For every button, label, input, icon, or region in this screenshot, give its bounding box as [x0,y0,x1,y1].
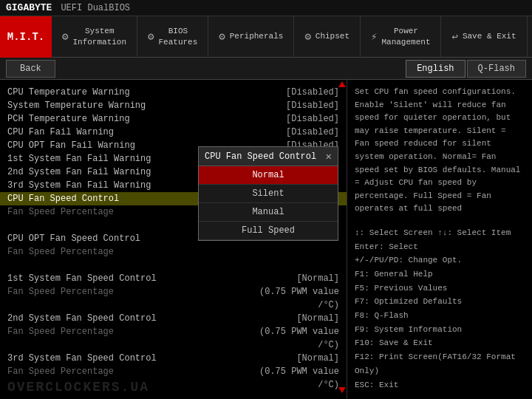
nav-peripherals[interactable]: ⚙ Peripherals [208,16,294,58]
shortcut-item: F1: General Help [355,267,525,282]
peripherals-icon: ⚙ [219,30,225,43]
menu-item-value: (0.75 PWM value [259,327,339,337]
menu-row: Fan Speed Percentage(0.75 PWM value [0,285,347,299]
menu-item-label: CPU Temperature Warning [7,87,286,98]
mit-nav-item[interactable]: M.I.T. [0,16,52,58]
shortcut-item: F8: Q-Flash [355,309,525,323]
save-exit-label: Save & Exit [463,31,516,41]
system-info-icon: ⚙ [62,30,68,43]
menu-item-label: Fan Speed Percentage [7,366,259,377]
dropdown-option[interactable]: Normal [199,166,338,185]
menu-row[interactable]: System Temperature Warning[Disabled] [0,99,347,112]
menu-row: Fan Speed Percentage [0,245,347,259]
menu-row: Fan Speed Percentage(0.75 PWM value [0,325,347,338]
menu-row: Fan Speed Percentage(0.75 PWM value [0,365,347,378]
shortcut-item: F5: Previous Values [355,282,525,296]
power-icon: ⚡ [371,30,377,43]
menu-item-value: /°C) [318,380,339,390]
right-panel: Set CPU fan speed configurations. Enable… [347,80,532,399]
dropdown-option[interactable]: Silent [199,185,338,203]
power-label: PowerManagement [381,26,430,47]
qflash-button[interactable]: Q-Flash [467,60,526,78]
menu-item-value: [Normal] [296,273,339,284]
chipset-label: Chipset [316,31,349,41]
menu-row[interactable]: 1st System Fan Speed Control[Normal] [0,272,347,285]
brand-name: GIGABYTE [6,2,52,13]
shortcut-item: Enter: Select [355,240,525,254]
menu-item-value: /°C) [318,300,339,310]
menu-row [0,259,347,272]
menu-item-value: /°C) [318,340,339,350]
menu-item-value: [Disabled] [286,87,339,98]
menu-item-label: Fan Speed Percentage [7,287,259,297]
nav-bios-features[interactable]: ⚙ BIOSFeatures [137,16,208,58]
menu-item-label: Fan Speed Percentage [7,327,259,337]
menu-row[interactable]: 2nd System Fan Speed Control[Normal] [0,312,347,325]
system-info-label: SystemInformation [72,26,126,47]
menu-item-label: System Temperature Warning [7,100,286,111]
second-bar: Back English Q-Flash [0,58,532,80]
menu-item-value: (0.75 PWM value [259,366,339,377]
menu-item-label: 2nd System Fan Speed Control [7,313,296,324]
dropdown-title-text: CPU Fan Speed Control [205,151,316,162]
bios-features-icon: ⚙ [148,30,154,43]
nav-system-information[interactable]: ⚙ SystemInformation [52,16,137,58]
menu-item-label: PCH Temperature Warning [7,114,286,124]
shortcut-item: +/-/PU/PD: Change Opt. [355,253,525,267]
dropdown-title-bar: CPU Fan Speed Control ✕ [199,147,338,166]
back-button[interactable]: Back [6,60,55,78]
menu-item-value: [Disabled] [286,127,339,137]
chipset-icon: ⚙ [304,30,310,43]
peripherals-label: Peripherals [230,31,284,41]
brand-bios: UEFI DualBIOS [61,3,130,13]
save-exit-icon: ↩ [451,30,457,43]
nav-save-exit[interactable]: ↩ Save & Exit [441,16,527,58]
menu-row[interactable]: CPU Temperature Warning[Disabled] [0,86,347,99]
close-icon[interactable]: ✕ [326,150,332,163]
menu-item-value: [Normal] [296,353,339,364]
menu-row[interactable]: 3rd System Fan Speed Control[Normal] [0,352,347,365]
menu-item-value: [Disabled] [286,100,339,111]
scroll-up-indicator [338,80,346,90]
language-button[interactable]: English [406,60,465,78]
shortcut-item: F12: Print Screen(FAT16/32 Format Only) [355,350,525,378]
menu-row: /°C) [0,299,347,312]
shortcut-item: F7: Optimized Defaults [355,295,525,309]
menu-row[interactable]: CPU Fan Fail Warning[Disabled] [0,126,347,139]
nav-power-management[interactable]: ⚡ PowerManagement [361,16,441,58]
menu-item-value: [Normal] [296,313,339,324]
shortcut-item: F10: Save & Exit [355,336,525,350]
menu-item-value: (0.75 PWM value [259,287,339,297]
menu-row: /°C) [0,338,347,352]
menu-item-label: 1st System Fan Speed Control [7,273,296,284]
menu-row: /°C) [0,378,347,392]
nav-chipset[interactable]: ⚙ Chipset [294,16,361,58]
top-bar: GIGABYTE UEFI DualBIOS [0,0,532,16]
menu-item-label: Fan Speed Percentage [7,247,339,257]
menu-item-label: 3rd System Fan Speed Control [7,353,296,364]
nav-bar: M.I.T. ⚙ SystemInformation ⚙ BIOSFeature… [0,16,532,58]
shortcut-item: F9: System Information [355,323,525,337]
menu-row[interactable]: PCH Temperature Warning[Disabled] [0,112,347,126]
dropdown-option[interactable]: Manual [199,203,338,222]
menu-item-label: CPU Fan Fail Warning [7,127,286,137]
cpu-fan-speed-dropdown: CPU Fan Speed Control ✕ NormalSilentManu… [198,146,338,241]
bios-features-label: BIOSFeatures [159,26,198,47]
dropdown-option[interactable]: Full Speed [199,222,338,240]
scroll-down-indicator [338,386,346,396]
menu-item-value: [Disabled] [286,114,339,124]
help-text: Set CPU fan speed configurations. Enable… [355,86,525,216]
shortcut-item: ↕: Select Screen ↑↓: Select Item [355,226,525,240]
shortcut-item: ESC: Exit [355,378,525,392]
shortcuts: ↕: Select Screen ↑↓: Select ItemEnter: S… [355,226,525,392]
